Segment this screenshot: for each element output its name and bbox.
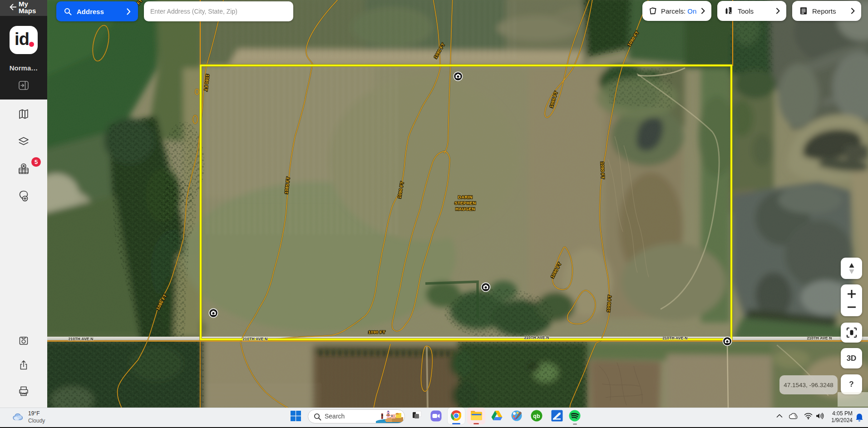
svg-text:qb: qb — [533, 413, 540, 419]
svg-text:HAUGEN: HAUGEN — [455, 206, 475, 211]
svg-text:210TH AVE N: 210TH AVE N — [242, 337, 267, 341]
svg-text:210TH AVE N: 210TH AVE N — [807, 336, 832, 340]
svg-text:1090 FT: 1090 FT — [600, 162, 605, 179]
svg-text:1090 FT: 1090 FT — [368, 329, 385, 334]
svg-text:STEPHEN: STEPHEN — [454, 200, 476, 205]
svg-text:DARIN: DARIN — [458, 194, 473, 199]
svg-text:210TH AVE N: 210TH AVE N — [662, 336, 687, 340]
svg-text:210TH AVE N: 210TH AVE N — [524, 335, 549, 340]
svg-text:210TH AVE N: 210TH AVE N — [68, 337, 93, 341]
